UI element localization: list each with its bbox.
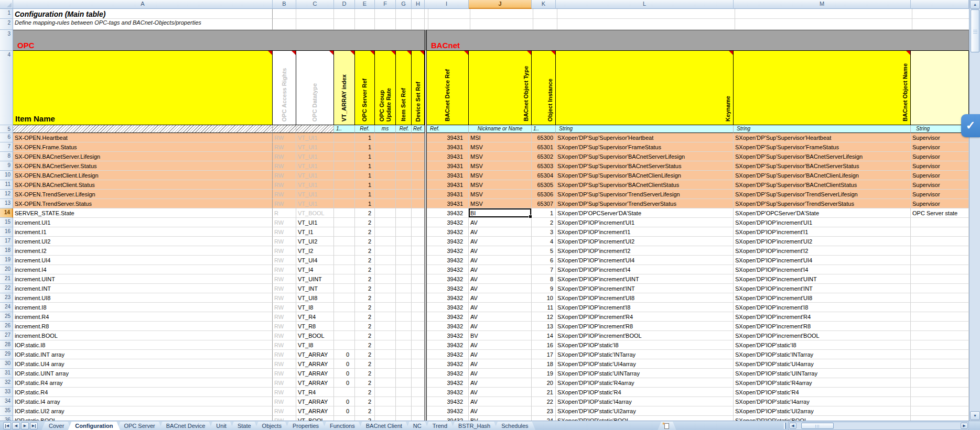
- cell-vt-array-index[interactable]: [334, 237, 355, 246]
- cell-item-set-ref[interactable]: [396, 133, 412, 142]
- cell-bacnet-object-type[interactable]: BV: [469, 331, 532, 340]
- cell-bacnet-object-type[interactable]: BV: [469, 416, 532, 421]
- cell-opc-group-update-rate[interactable]: [375, 171, 396, 180]
- cell-object-instance[interactable]: 19: [532, 369, 556, 378]
- cell-empty[interactable]: [412, 19, 425, 30]
- cell-device-set-ref[interactable]: [412, 237, 425, 246]
- cell-opc-access-rights[interactable]: RW: [273, 388, 296, 397]
- row-header-29[interactable]: 29: [0, 350, 13, 359]
- selection-fill-handle[interactable]: [529, 215, 532, 218]
- cell-bacnet-object-name[interactable]: SXopen'DP'IOP'static'INTarray: [734, 350, 911, 359]
- cell-bacnet-object-type[interactable]: AV: [469, 322, 532, 331]
- cell-opc-access-rights[interactable]: RW: [273, 312, 296, 322]
- cell-opc-access-rights[interactable]: RW: [273, 171, 296, 180]
- subheader-m[interactable]: String: [734, 125, 911, 133]
- cell-item-name[interactable]: IOP.static.R4 array: [13, 378, 273, 388]
- cell-empty[interactable]: [355, 19, 375, 30]
- cell-opc-group-update-rate[interactable]: [375, 312, 396, 322]
- row-header-26[interactable]: 26: [0, 322, 13, 331]
- row-header-11[interactable]: 11: [0, 180, 13, 190]
- cell-keyname[interactable]: SXopen'DP'IOP'increment'UINT: [556, 274, 734, 284]
- cell-bacnet-device-ref[interactable]: 39432: [427, 350, 469, 359]
- cell-bacnet-object-name[interactable]: SXopen'DP'Sup'Supervisor'TrendServerLife…: [734, 190, 911, 199]
- cell-item-name[interactable]: increment.BOOL: [13, 331, 273, 340]
- cell-opc-datatype[interactable]: VT_R4: [296, 312, 334, 322]
- cell-item-name[interactable]: SX-OPEN.BACnetClient.Status: [13, 180, 273, 190]
- cell-bacnet-object-name[interactable]: SXopen'DP'Sup'Supervisor'BACnetServerLif…: [734, 152, 911, 161]
- subheader-f[interactable]: ms: [375, 125, 396, 133]
- cell-item-name[interactable]: increment.UI1: [13, 218, 273, 227]
- cell-device-set-ref[interactable]: [412, 397, 425, 406]
- cell-bacnet-object-type[interactable]: AV: [469, 284, 532, 293]
- cell-bacnet-device-ref[interactable]: 39432: [427, 218, 469, 227]
- cell-bacnet-object-name[interactable]: SXopen'DP'IOP'static'UI2array: [734, 406, 911, 416]
- cell-keyname[interactable]: SXopen'DP'IOP'increment'R4: [556, 312, 734, 322]
- cell-opc-datatype[interactable]: VT_UI1: [296, 180, 334, 190]
- subheader-k[interactable]: 1..: [532, 125, 556, 133]
- tab-scroll-splitter[interactable]: [784, 423, 786, 429]
- cell-bacnet-object-name[interactable]: SXopen'DP'IOP'static'I4array: [734, 397, 911, 406]
- cell-item-set-ref[interactable]: [396, 190, 412, 199]
- tab-nc[interactable]: NC: [406, 422, 429, 430]
- row-header-34[interactable]: 34: [0, 397, 13, 406]
- cell-keyname[interactable]: SXopen'DP'Sup'Supervisor'BACnetClientSta…: [556, 180, 734, 190]
- row-header-24[interactable]: 24: [0, 303, 13, 312]
- cell-keyname[interactable]: SXopen'DP'IOP'static'R4: [556, 388, 734, 397]
- cell-opc-access-rights[interactable]: RW: [273, 199, 296, 208]
- cell-object-instance[interactable]: 65305: [532, 180, 556, 190]
- keyname-header[interactable]: Keyname: [556, 51, 734, 125]
- cell-bacnet-object-name[interactable]: SXopen'DP'Sup'Supervisor'Heartbeat: [734, 133, 911, 142]
- cell-item-name[interactable]: IOP.static.BOOL: [13, 416, 273, 421]
- cell-item-name[interactable]: increment.R8: [13, 322, 273, 331]
- cell-bacnet-object-type[interactable]: AV: [469, 369, 532, 378]
- cell-note[interactable]: [911, 359, 969, 369]
- confirm-check-button[interactable]: ✓: [961, 114, 980, 137]
- cell-empty[interactable]: [355, 9, 375, 19]
- cell-item-set-ref[interactable]: [396, 406, 412, 416]
- cell-opc-server-ref[interactable]: 2: [355, 369, 375, 378]
- column-header-D[interactable]: D: [334, 0, 355, 9]
- cell-object-instance[interactable]: 2: [532, 218, 556, 227]
- cell-note[interactable]: [911, 340, 969, 350]
- cell-bacnet-object-name[interactable]: SXopen'DP'IOP'increment'UI8: [734, 293, 911, 303]
- cell-item-set-ref[interactable]: [396, 388, 412, 397]
- cell-keyname[interactable]: SXopen'DP'IOP'increment'INT: [556, 284, 734, 293]
- cell-opc-server-ref[interactable]: 2: [355, 331, 375, 340]
- cell-opc-server-ref[interactable]: 1: [355, 152, 375, 161]
- opc-section-header[interactable]: OPC: [13, 30, 425, 51]
- cell-opc-server-ref[interactable]: 2: [355, 208, 375, 218]
- cell-opc-server-ref[interactable]: 2: [355, 256, 375, 265]
- cell-bacnet-device-ref[interactable]: 39432: [427, 406, 469, 416]
- cell-keyname[interactable]: SXopen'DP'IOP'increment'I2: [556, 246, 734, 256]
- cell-bacnet-object-name[interactable]: SXopen'DP'IOP'increment'I2: [734, 246, 911, 256]
- cell-item-name[interactable]: SX-OPEN.BACnetClient.Lifesign: [13, 171, 273, 180]
- cell-opc-datatype[interactable]: VT_ARRAY: [296, 378, 334, 388]
- cell-opc-access-rights[interactable]: RW: [273, 133, 296, 142]
- cell-device-set-ref[interactable]: [412, 208, 425, 218]
- cell-note[interactable]: [911, 406, 969, 416]
- cell-bacnet-device-ref[interactable]: 39432: [427, 293, 469, 303]
- cell-vt-array-index[interactable]: [334, 218, 355, 227]
- cell-vt-array-index[interactable]: [334, 142, 355, 152]
- cell-device-set-ref[interactable]: [412, 161, 425, 171]
- column-header-E[interactable]: E: [355, 0, 375, 9]
- row-header-2[interactable]: 2: [0, 19, 13, 30]
- cell-object-instance[interactable]: 16: [532, 340, 556, 350]
- cell-item-name[interactable]: increment.UINT: [13, 274, 273, 284]
- cell-bacnet-object-type[interactable]: AV: [469, 350, 532, 359]
- cell-bacnet-device-ref[interactable]: 39432: [427, 312, 469, 322]
- cell-opc-datatype[interactable]: VT_ARRAY: [296, 350, 334, 359]
- cell-device-set-ref[interactable]: [412, 227, 425, 237]
- cell-object-instance[interactable]: 7: [532, 265, 556, 274]
- cell-vt-array-index[interactable]: [334, 284, 355, 293]
- cell-item-name[interactable]: increment.I1: [13, 227, 273, 237]
- cell-empty[interactable]: [557, 19, 735, 30]
- cell-opc-datatype[interactable]: VT_I8: [296, 303, 334, 312]
- cell-keyname[interactable]: SXopen'DP'Sup'Supervisor'Heartbeat: [556, 133, 734, 142]
- cell-opc-group-update-rate[interactable]: [375, 265, 396, 274]
- cell-keyname[interactable]: SXopen'DP'IOP'increment'UI2: [556, 237, 734, 246]
- cell-item-set-ref[interactable]: [396, 312, 412, 322]
- row-header-3[interactable]: 3: [0, 30, 13, 51]
- cell-device-set-ref[interactable]: [412, 218, 425, 227]
- cell-bacnet-object-type[interactable]: AV: [469, 293, 532, 303]
